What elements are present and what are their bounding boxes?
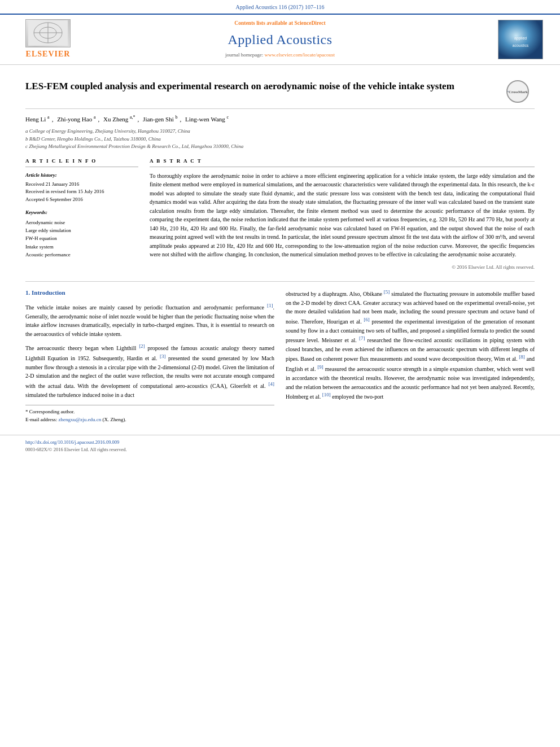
top-banner: Applied Acoustics 116 (2017) 107–116 — [0, 0, 560, 14]
keyword-1: Aerodynamic noise — [25, 219, 138, 226]
received-date: Received 21 January 2016 — [25, 181, 138, 189]
keywords-label: Keywords: — [25, 209, 138, 216]
sciencedirect-label: Contents lists available at — [234, 20, 293, 26]
affiliations: a College of Energy Engineering, Zhejian… — [25, 128, 535, 151]
journal-thumbnail-container: applied acoustics — [481, 20, 543, 59]
journal-title: Applied Acoustics — [79, 30, 481, 50]
email-label: E-mail address: — [25, 417, 57, 422]
copyright-line: © 2016 Elsevier Ltd. All rights reserved… — [150, 264, 535, 271]
ref-8: [8] — [519, 354, 525, 360]
elsevier-image — [25, 19, 71, 47]
sciencedirect-line: Contents lists available at ScienceDirec… — [79, 20, 481, 28]
doi-line: http://dx.doi.org/10.1016/j.apacoust.201… — [25, 439, 535, 445]
abstract-col: A B S T R A C T To thoroughly explore th… — [150, 158, 535, 271]
footnote-section: * Corresponding author. E-mail address: … — [25, 405, 274, 423]
crossmark-label: CrossMark — [509, 89, 528, 95]
crossmark-badge: ✓ CrossMark — [506, 80, 529, 103]
crossmark-container: ✓ CrossMark — [506, 80, 535, 103]
affiliation-b: b R&D Center, Hengbo Holdings Co., Ltd, … — [25, 136, 535, 143]
article-info-label: A R T I C L E I N F O — [25, 158, 138, 167]
affiliation-a: a College of Energy Engineering, Zhejian… — [25, 128, 535, 136]
ref-3: [3] — [160, 353, 166, 359]
ref-2: [2] — [139, 343, 145, 349]
intro-heading: 1. Introduction — [25, 289, 274, 298]
author-4: Jian-gen Shi b — [143, 116, 177, 123]
svg-text:applied: applied — [514, 36, 527, 41]
email-address: zhengxu@zju.edu.cn — [58, 417, 101, 422]
issn-line: 0003-682X/© 2016 Elsevier Ltd. All right… — [25, 446, 535, 453]
intro-number: 1. — [25, 289, 30, 296]
author-2: Zhi-yong Hao a — [57, 116, 95, 123]
info-abstract-cols: A R T I C L E I N F O Article history: R… — [25, 158, 535, 271]
author-3: Xu Zheng a,* — [103, 116, 135, 123]
intro-paragraph-2: The aeroacoustic theory began when Light… — [25, 343, 274, 399]
ref-10: [10] — [322, 392, 331, 397]
section-divider — [25, 281, 535, 282]
homepage-url: www.elsevier.com/locate/apacoust — [265, 52, 335, 58]
svg-text:acoustics: acoustics — [513, 43, 529, 47]
author-5: Ling-wen Wang c — [185, 116, 229, 123]
ref-4: [4] — [269, 381, 275, 387]
ref-7: [7] — [359, 335, 365, 341]
elsevier-logo-container: ELSEVIER — [17, 19, 79, 60]
ref-9: [9] — [317, 364, 323, 370]
ref-1: [1] — [267, 303, 273, 308]
right-intro-paragraph-1: obstructed by a diaphragm. Also, Obikane… — [286, 289, 535, 401]
journal-citation: Applied Acoustics 116 (2017) 107–116 — [235, 4, 324, 10]
body-col-left: 1. Introduction The vehicle intake noise… — [25, 289, 274, 423]
email-name: (X. Zheng). — [103, 417, 126, 422]
journal-center-info: Contents lists available at ScienceDirec… — [79, 20, 481, 59]
article-title-section: LES-FEM coupled analysis and experimenta… — [25, 80, 535, 109]
affiliation-c: c Zhejiang Metallurgical Environmental P… — [25, 143, 535, 151]
authors-line: Heng Li a, Zhi-yong Hao a, Xu Zheng a,*,… — [25, 115, 535, 125]
history-label: Article history: — [25, 172, 138, 179]
keyword-4: Intake system — [25, 243, 138, 251]
body-col-right: obstructed by a diaphragm. Also, Obikane… — [286, 289, 535, 423]
abstract-label: A B S T R A C T — [150, 158, 535, 167]
journal-homepage: journal homepage: www.elsevier.com/locat… — [79, 51, 481, 59]
article-info-content: Article history: Received 21 January 201… — [25, 172, 138, 204]
sciencedirect-name: ScienceDirect — [294, 20, 325, 26]
body-section: 1. Introduction The vehicle intake noise… — [25, 289, 535, 423]
journal-thumbnail: applied acoustics — [498, 20, 543, 59]
keyword-5: Acoustic performance — [25, 251, 138, 259]
footnote-email: E-mail address: zhengxu@zju.edu.cn (X. Z… — [25, 416, 274, 424]
main-content: LES-FEM coupled analysis and experimenta… — [0, 65, 560, 435]
article-title: LES-FEM coupled analysis and experimenta… — [25, 80, 506, 93]
footnote-corresponding: * Corresponding author. — [25, 408, 274, 416]
ref-6: [6] — [364, 317, 370, 322]
corresponding-label: * Corresponding author. — [25, 409, 75, 414]
ref-5: [5] — [384, 289, 390, 295]
elsevier-wordmark: ELSEVIER — [26, 49, 71, 60]
keyword-3: FW-H equation — [25, 234, 138, 242]
keyword-2: Large eddy simulation — [25, 226, 138, 234]
keywords-section: Keywords: Aerodynamic noise Large eddy s… — [25, 209, 138, 259]
accepted-date: Accepted 6 September 2016 — [25, 196, 138, 204]
author-1: Heng Li a — [25, 116, 50, 123]
article-info-col: A R T I C L E I N F O Article history: R… — [25, 158, 138, 271]
intro-paragraph-1: The vehicle intake noises are mainly cau… — [25, 302, 274, 338]
journal-header: ELSEVIER Contents lists available at Sci… — [0, 14, 560, 65]
abstract-text: To thoroughly explore the aerodynamic no… — [150, 172, 535, 259]
page-footer: http://dx.doi.org/10.1016/j.apacoust.201… — [0, 435, 560, 456]
intro-title: Introduction — [32, 289, 65, 296]
revised-date: Received in revised form 15 July 2016 — [25, 188, 138, 196]
